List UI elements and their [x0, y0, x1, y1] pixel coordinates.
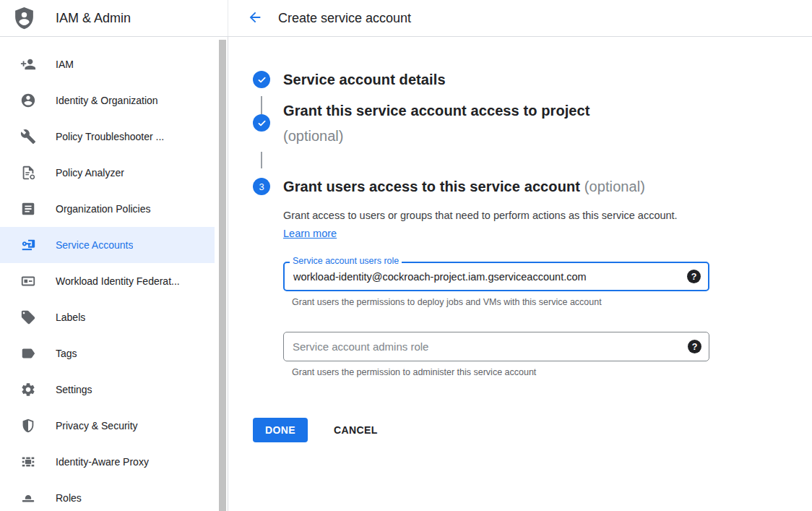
help-icon[interactable]: ? — [687, 270, 701, 283]
sidebar-item-label: Identity-Aware Proxy — [56, 456, 149, 468]
sidebar: IAM Identity & Organization Policy Troub… — [0, 37, 228, 511]
sidebar-item-organization-policies[interactable]: Organization Policies — [0, 191, 215, 227]
cancel-button[interactable]: CANCEL — [334, 424, 378, 436]
step-number-badge: 3 — [253, 178, 270, 195]
service-account-icon — [20, 237, 36, 253]
form-actions: DONE CANCEL — [253, 418, 812, 442]
gear-icon — [20, 382, 36, 398]
account-circle-icon — [20, 93, 36, 108]
product-title: IAM & Admin — [56, 11, 131, 26]
card-icon — [20, 273, 36, 289]
service-account-users-role-field: Service account users role ? Grant users… — [283, 262, 709, 307]
admins-role-input[interactable] — [284, 332, 682, 361]
main-content: Service account details Grant this servi… — [228, 37, 812, 511]
product-header: IAM & Admin — [0, 0, 228, 36]
step-optional-label: (optional) — [584, 179, 645, 194]
step-description-text: Grant access to users or groups that nee… — [283, 210, 678, 221]
sidebar-item-label: Identity & Organization — [56, 95, 158, 106]
sidebar-item-identity-aware-proxy[interactable]: Identity-Aware Proxy — [0, 444, 215, 480]
sidebar-scrollbar[interactable] — [219, 40, 226, 511]
sidebar-item-label: Organization Policies — [56, 203, 151, 215]
sidebar-item-settings[interactable]: Settings — [0, 372, 215, 408]
step-complete-check-icon — [253, 114, 270, 132]
page-header: Create service account — [228, 0, 812, 36]
step-optional-label: (optional) — [283, 127, 590, 145]
field-helper-text: Grant users the permissions to deploy jo… — [292, 297, 709, 307]
sidebar-item-tags[interactable]: Tags — [0, 335, 215, 372]
step-connector — [261, 152, 262, 168]
top-bar: IAM & Admin Create service account — [0, 0, 812, 37]
sidebar-item-label: Labels — [56, 312, 85, 323]
field-helper-text: Grant users the permission to administer… — [292, 367, 709, 377]
field-label: Service account users role — [290, 255, 402, 267]
step-title: Grant users access to this service accou… — [283, 178, 709, 195]
back-arrow-icon[interactable] — [247, 9, 264, 27]
step-grant-access-to-project: Grant this service account access to pro… — [253, 114, 812, 168]
tag-arrow-icon — [20, 345, 36, 361]
step-grant-users-access: 3 Grant users access to this service acc… — [253, 178, 812, 377]
sidebar-item-policy-troubleshooter[interactable]: Policy Troubleshooter ... — [0, 119, 215, 155]
step-connector — [261, 96, 262, 114]
field-box: ? — [283, 332, 709, 361]
page-title: Create service account — [278, 11, 411, 26]
iam-shield-person-icon — [12, 5, 36, 31]
sidebar-item-label: IAM — [56, 59, 74, 70]
person-add-icon — [20, 56, 36, 72]
sidebar-item-label: Tags — [56, 348, 77, 359]
step-rail: 3 — [253, 178, 270, 377]
sidebar-item-labels[interactable]: Labels — [0, 299, 215, 335]
sidebar-item-label: Privacy & Security — [56, 420, 138, 431]
sidebar-item-privacy-security[interactable]: Privacy & Security — [0, 408, 215, 444]
sidebar-item-label: Policy Troubleshooter ... — [56, 131, 164, 142]
sidebar-item-label: Service Accounts — [56, 239, 133, 251]
proxy-grid-icon — [20, 454, 36, 470]
done-button[interactable]: DONE — [253, 418, 308, 442]
sidebar-item-workload-identity-federation[interactable]: Workload Identity Federat... — [0, 263, 215, 299]
gcp-console: IAM & Admin Create service account IAM I… — [0, 0, 812, 511]
step-description: Grant access to users or groups that nee… — [283, 207, 686, 243]
step-complete-check-icon — [253, 71, 270, 88]
sidebar-item-policy-analyzer[interactable]: Policy Analyzer — [0, 155, 215, 191]
sidebar-item-label: Roles — [56, 492, 82, 504]
step-title-text: Grant users access to this service accou… — [283, 179, 580, 194]
policy-analyzer-icon — [20, 165, 36, 181]
step-rail — [253, 114, 270, 168]
roles-hat-icon — [20, 490, 36, 506]
sidebar-item-label: Policy Analyzer — [56, 167, 124, 179]
sidebar-item-iam[interactable]: IAM — [0, 46, 215, 82]
sidebar-item-label: Workload Identity Federat... — [56, 275, 180, 287]
step-title: Grant this service account access to pro… — [283, 102, 590, 119]
step-rail — [253, 71, 270, 114]
step-title: Service account details — [283, 71, 446, 88]
service-account-admins-role-field: ? Grant users the permission to administ… — [283, 332, 709, 377]
shield-half-icon — [20, 418, 36, 434]
sidebar-nav: IAM Identity & Organization Policy Troub… — [0, 37, 228, 511]
sidebar-item-service-accounts[interactable]: Service Accounts — [0, 227, 215, 263]
sidebar-item-label: Settings — [56, 384, 92, 395]
help-icon[interactable]: ? — [688, 340, 701, 353]
sidebar-item-roles[interactable]: Roles — [0, 480, 215, 511]
learn-more-link[interactable]: Learn more — [283, 228, 337, 239]
article-icon — [20, 201, 36, 217]
sidebar-item-identity-organization[interactable]: Identity & Organization — [0, 82, 215, 119]
label-tag-icon — [20, 309, 36, 325]
wrench-icon — [20, 129, 36, 145]
